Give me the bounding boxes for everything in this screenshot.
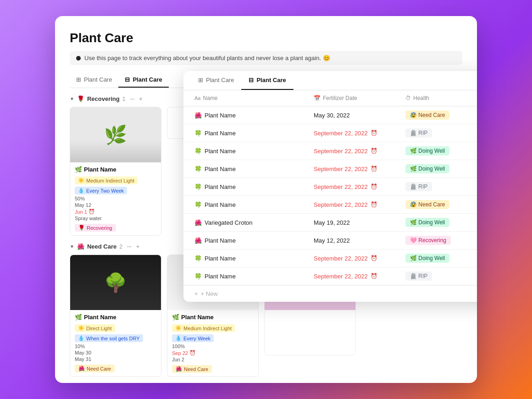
group-label-needcare: Need Care xyxy=(87,243,116,250)
td-name: 🍀 Plant Name xyxy=(191,179,310,194)
td-name: 🍀 Plant Name xyxy=(191,144,310,159)
plant-emoji-icon: 🍀 xyxy=(194,148,202,155)
td-health: 🩷 Recovering xyxy=(402,232,477,249)
watering-tag: 💧 Every Two Week xyxy=(75,187,127,194)
plant-emoji-icon: 🍀 xyxy=(194,201,202,208)
health-badge: 🌿 Doing Well xyxy=(405,254,449,263)
table-row[interactable]: 🍀 Plant Name September 22, 2022 ⏰ 🪦 RIP … xyxy=(183,124,477,142)
col-fertilizer: 📅 Fertilizer Date xyxy=(310,90,402,106)
plant-card-name: 🌿 Plant Name xyxy=(75,314,156,321)
overlay-tab-table[interactable]: ⊟ Plant Care xyxy=(241,71,293,90)
td-name: 🍀 Plant Name xyxy=(191,269,310,284)
plant-card[interactable]: 🌳 🌿 Plant Name ☀️ Direct Light 💧 When th… xyxy=(70,255,161,377)
health-badge: 🪦 RIP xyxy=(405,182,432,191)
next-care-prop: May 31 xyxy=(75,356,156,362)
td-fertilizer: September 22, 2022 ⏰ xyxy=(310,161,402,177)
table-row[interactable]: 🍀 Plant Name September 22, 2022 ⏰ 🪦 RIP … xyxy=(183,178,477,196)
td-health: 😰 Need Care xyxy=(402,196,477,213)
plant-name: Plant Name xyxy=(205,255,236,262)
td-fertilizer: May 30, 2022 xyxy=(310,108,402,123)
td-health: 🪦 RIP xyxy=(402,124,477,142)
td-health: 🌿 Doing Well xyxy=(402,142,477,160)
overlay-table-card: ⊞ Plant Care ⊟ Plant Care Aa Name 📅 Fert… xyxy=(183,71,477,302)
table-row[interactable]: 🍀 Plant Name September 22, 2022 ⏰ 🌿 Doin… xyxy=(183,160,477,178)
plant-card-name: 🌿 Plant Name xyxy=(172,314,254,321)
table-row[interactable]: 🍀 Plant Name September 22, 2022 ⏰ 🪦 RIP … xyxy=(183,267,477,285)
group-add-needcare[interactable]: + xyxy=(136,244,139,250)
fertilizer-prop: May 12 xyxy=(75,202,156,208)
plant-name: Plant Name xyxy=(205,183,236,190)
group-emoji-needcare: 🌺 xyxy=(77,243,84,250)
table-row[interactable]: 🌺 Plant Name May 12, 2022 🩷 Recovering 5… xyxy=(183,232,477,249)
table-header: Aa Name 📅 Fertilizer Date ⏱ Health ⏱ Hum… xyxy=(183,90,477,106)
table-row[interactable]: 🍀 Plant Name September 22, 2022 ⏰ 🌿 Doin… xyxy=(183,142,477,160)
td-fertilizer: September 22, 2022 ⏰ xyxy=(310,144,402,159)
table-body: 🌺 Plant Name May 30, 2022 😰 Need Care 10… xyxy=(183,106,477,285)
text-icon: Aa xyxy=(194,95,200,101)
watering-tag: 💧 When the soil gets DRY xyxy=(75,334,143,342)
table-row[interactable]: 🍀 Plant Name September 22, 2022 ⏰ 😰 Need… xyxy=(183,196,477,214)
col-health: ⏱ Health xyxy=(402,90,477,106)
tab-gallery[interactable]: ⊞ Plant Care xyxy=(70,72,118,88)
td-health: 🌿 Doing Well xyxy=(402,160,477,177)
td-name: 🌺 Plant Name xyxy=(191,108,310,123)
group-actions-recovering[interactable]: ··· xyxy=(130,96,134,102)
plant-emoji-icon: 🍀 xyxy=(194,130,202,137)
plant-name: Plant Name xyxy=(205,273,236,280)
plant-name: Plant Name xyxy=(205,112,236,119)
new-row-label: + New xyxy=(201,290,218,297)
td-health: 🪦 RIP xyxy=(402,267,477,285)
humidity-prop: 50% xyxy=(75,196,156,201)
group-add-recovering[interactable]: + xyxy=(139,96,142,102)
plant-card-body: 🌿 Plant Name ☀️ Medium Indirect Light 💧 … xyxy=(70,162,161,235)
col-name: Aa Name xyxy=(191,90,310,106)
fertilizer-prop: Sep 22 ⏰ xyxy=(172,350,254,356)
gallery-icon: ⊞ xyxy=(76,76,81,83)
td-fertilizer: May 19, 2022 xyxy=(310,215,402,230)
next-care-prop: Jun 2 xyxy=(172,357,254,362)
td-fertilizer: September 22, 2022 ⏰ xyxy=(310,179,402,194)
plant-name: Plant Name xyxy=(205,166,236,172)
table-footer[interactable]: + + New xyxy=(183,285,477,302)
main-card: Plant Care Use this page to track everyt… xyxy=(55,16,477,383)
td-fertilizer: September 22, 2022 ⏰ xyxy=(310,197,402,212)
add-icon: + xyxy=(194,290,198,297)
plant-card-name: 🌿 Plant Name xyxy=(75,166,156,173)
td-fertilizer: May 12, 2022 xyxy=(310,233,402,248)
info-text: Use this page to track everything about … xyxy=(84,55,330,61)
td-name: 🌺 Plant Name xyxy=(191,233,310,248)
group-emoji-recovering: 🌹 xyxy=(77,95,84,102)
health-badge: 🌿 Doing Well xyxy=(405,164,449,173)
light-tag: ☀️ Medium Indirect Light xyxy=(75,177,138,184)
table-row[interactable]: 🌺 Plant Name May 30, 2022 😰 Need Care 10… xyxy=(183,106,477,124)
td-name: 🌺 Variegated Croton xyxy=(191,215,310,230)
td-fertilizer: September 22, 2022 ⏰ xyxy=(310,269,402,284)
td-name: 🍀 Plant Name xyxy=(191,197,310,212)
status-badge: 🌺 Need Care xyxy=(75,365,115,372)
plant-name: Plant Name xyxy=(205,148,236,155)
note-prop: Spray water xyxy=(75,216,156,221)
group-count-needcare: 2 xyxy=(119,244,122,250)
plant-card-body: 🌿 Plant Name ☀️ Direct Light 💧 When the … xyxy=(70,310,161,376)
table-row[interactable]: 🌺 Variegated Croton May 19, 2022 🌿 Doing… xyxy=(183,214,477,232)
health-icon: ⏱ xyxy=(405,95,411,101)
td-health: 🪦 RIP xyxy=(402,178,477,195)
health-badge: 🪦 RIP xyxy=(405,128,432,138)
light-tag: ☀️ Medium Indirect Light xyxy=(172,324,235,332)
td-name: 🍀 Plant Name xyxy=(191,126,310,141)
group-actions-needcare[interactable]: ··· xyxy=(127,244,132,250)
td-name: 🍀 Plant Name xyxy=(191,161,310,177)
table-row[interactable]: 🍀 Plant Name September 22, 2022 ⏰ 🌿 Doin… xyxy=(183,249,477,267)
health-badge: 🌿 Doing Well xyxy=(405,218,449,227)
table-icon: ⊟ xyxy=(249,77,254,83)
td-fertilizer: September 22, 2022 ⏰ xyxy=(310,251,402,266)
health-badge: 🩷 Recovering xyxy=(405,236,451,245)
tab-table[interactable]: ⊟ Plant Care xyxy=(118,72,168,88)
plant-card[interactable]: 🌿 🌿 Plant Name ☀️ Medium Indirect Light … xyxy=(70,107,161,236)
overlay-tab-gallery[interactable]: ⊞ Plant Care xyxy=(191,71,241,90)
plant-name: Plant Name xyxy=(205,237,236,244)
health-badge: 😰 Need Care xyxy=(405,200,449,209)
plant-card-body: 🌿 Plant Name ☀️ Medium Indirect Light 💧 … xyxy=(167,310,258,377)
td-name: 🍀 Plant Name xyxy=(191,251,310,266)
td-health: 🌿 Doing Well xyxy=(402,214,477,231)
